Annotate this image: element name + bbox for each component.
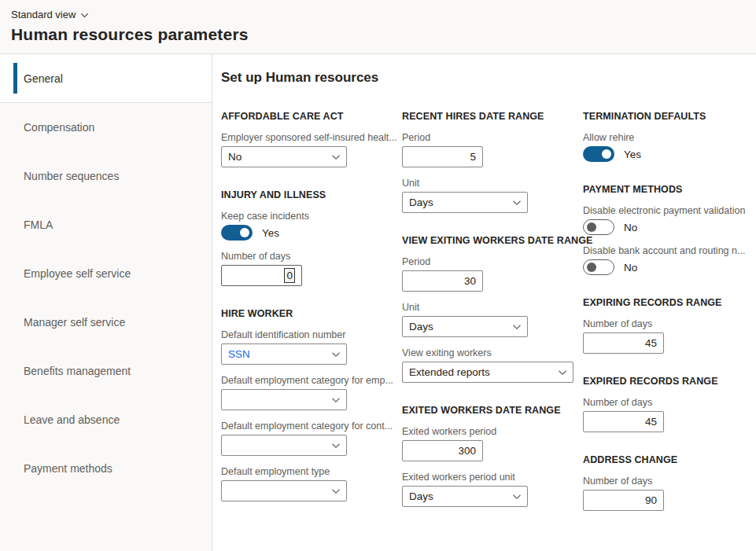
field-label: Default employment type <box>221 466 382 477</box>
section-title-hire-worker: HIRE WORKER <box>221 308 382 319</box>
keep-case-incidents-toggle[interactable] <box>221 225 253 241</box>
field-default-identification-number: Default identification numberSSN <box>221 329 382 365</box>
input-value: 5 <box>470 151 476 163</box>
number-of-days-input[interactable]: 45 <box>583 411 664 432</box>
select-value: SSN <box>228 348 250 360</box>
sidebar-item-payment-methods[interactable]: Payment methods <box>0 444 212 493</box>
input-value: 45 <box>645 337 657 349</box>
field-label: Disable electronic payment validation <box>583 205 743 216</box>
field-label: Number of days <box>583 318 743 329</box>
input-value: 0 <box>284 268 295 283</box>
page-header: Standard view Human resources parameters <box>0 0 756 53</box>
main-content: Set up Human resources AFFORDABLE CARE A… <box>212 54 756 551</box>
toggle-knob <box>240 228 249 237</box>
field-exited-workers-period-unit: Exited workers period unitDays <box>402 472 562 507</box>
view-selector-label: Standard view <box>11 9 76 20</box>
field-label: Disable bank account and routing n... <box>583 245 743 256</box>
field-allow-rehire: Allow rehireYes <box>583 132 743 162</box>
sidebar-item-label: Number sequences <box>24 170 119 182</box>
employer-sponsored-self-insured-healt-select[interactable]: No <box>221 146 347 167</box>
selected-accent-bar <box>13 63 17 94</box>
field-label: View exiting workers <box>402 347 562 358</box>
field-label: Unit <box>402 302 562 313</box>
sidebar-item-label: Manager self service <box>24 316 125 329</box>
default-employment-category-for-emp-select[interactable] <box>221 389 347 410</box>
select-value: Days <box>409 490 433 502</box>
input-value: 45 <box>645 416 657 428</box>
input-value: 30 <box>464 275 476 287</box>
field-label: Number of days <box>583 476 743 487</box>
field-number-of-days: Number of days45 <box>583 397 743 432</box>
toggle-row: No <box>583 219 743 235</box>
chevron-down-icon <box>512 198 522 208</box>
exited-workers-period-unit-select[interactable]: Days <box>402 486 528 507</box>
exited-workers-period-input[interactable]: 300 <box>402 440 483 461</box>
field-label: Keep case incidents <box>221 211 382 222</box>
field-label: Number of days <box>221 251 382 262</box>
unit-select[interactable]: Days <box>402 316 528 337</box>
disable-bank-account-and-routing-n-toggle[interactable] <box>583 259 614 275</box>
period-input[interactable]: 30 <box>402 270 483 292</box>
field-number-of-days: Number of days90 <box>583 476 743 511</box>
section-title-payment-methods: PAYMENT METHODS <box>583 184 743 195</box>
section-title-view-exiting-workers-date-range: VIEW EXITING WORKERS DATE RANGE <box>402 235 562 246</box>
chevron-down-icon <box>331 350 341 359</box>
number-of-days-input[interactable]: 0 <box>221 265 302 286</box>
column-2: RECENT HIRES DATE RANGEPeriod5UnitDaysVI… <box>402 89 562 507</box>
select-value: Days <box>409 197 433 208</box>
view-exiting-workers-select[interactable]: Extended reports <box>402 362 573 383</box>
chevron-down-icon <box>512 492 522 501</box>
field-label: Period <box>402 256 562 267</box>
field-period: Period30 <box>402 256 562 292</box>
unit-select[interactable]: Days <box>402 192 528 213</box>
allow-rehire-toggle[interactable] <box>583 146 614 162</box>
section-title-affordable-care-act: AFFORDABLE CARE ACT <box>221 111 382 122</box>
field-default-employment-category-for-emp: Default employment category for emp... <box>221 375 382 410</box>
sidebar-item-label: Benefits management <box>24 365 131 377</box>
section-title-injury-and-illness: INJURY AND ILLNESS <box>221 189 382 200</box>
field-label: Default employment category for cont... <box>221 421 382 432</box>
select-value: Days <box>409 321 433 332</box>
period-input[interactable]: 5 <box>402 146 483 167</box>
field-default-employment-type: Default employment type <box>221 466 382 501</box>
chevron-down-icon <box>331 441 341 450</box>
input-value: 300 <box>458 445 476 457</box>
default-employment-type-select[interactable] <box>221 480 347 501</box>
view-selector[interactable]: Standard view <box>11 9 89 20</box>
field-label: Allow rehire <box>583 132 743 143</box>
field-label: Exited workers period unit <box>402 472 562 483</box>
section-title-termination-defaults: TERMINATION DEFAULTS <box>583 111 743 122</box>
number-of-days-input[interactable]: 45 <box>583 332 664 354</box>
sidebar-item-manager-self-service[interactable]: Manager self service <box>0 298 212 347</box>
sidebar: GeneralCompensationNumber sequencesFMLAE… <box>0 54 212 551</box>
sidebar-item-benefits-management[interactable]: Benefits management <box>0 347 212 395</box>
sidebar-item-general[interactable]: General <box>0 54 212 103</box>
toggle-row: No <box>583 259 743 275</box>
field-period: Period5 <box>402 132 562 167</box>
sidebar-item-leave-and-absence[interactable]: Leave and absence <box>0 395 212 444</box>
field-unit: UnitDays <box>402 178 562 213</box>
field-exited-workers-period: Exited workers period300 <box>402 426 562 461</box>
sidebar-item-fmla[interactable]: FMLA <box>0 200 212 249</box>
section-title-address-change: ADDRESS CHANGE <box>583 454 743 465</box>
chevron-down-icon <box>512 322 522 332</box>
toggle-state-label: No <box>624 262 637 274</box>
sidebar-item-number-sequences[interactable]: Number sequences <box>0 152 212 200</box>
disable-electronic-payment-validation-toggle[interactable] <box>583 219 614 235</box>
number-of-days-input[interactable]: 90 <box>583 490 664 511</box>
default-identification-number-select[interactable]: SSN <box>221 343 347 365</box>
sidebar-item-compensation[interactable]: Compensation <box>0 103 212 152</box>
chevron-down-icon <box>331 487 341 496</box>
field-keep-case-incidents: Keep case incidentsYes <box>221 211 382 241</box>
sidebar-item-label: Payment methods <box>24 462 112 475</box>
page-title: Human resources parameters <box>11 25 756 44</box>
content-heading: Set up Human resources <box>221 70 756 86</box>
sidebar-item-employee-self-service[interactable]: Employee self service <box>0 249 212 298</box>
default-employment-category-for-cont-select[interactable] <box>221 435 347 456</box>
field-label: Exited workers period <box>402 426 562 437</box>
field-disable-electronic-payment-validation: Disable electronic payment validationNo <box>583 205 743 235</box>
input-value: 90 <box>645 494 657 506</box>
field-label: Unit <box>402 178 562 189</box>
select-value: No <box>228 151 242 163</box>
field-disable-bank-account-and-routing-n: Disable bank account and routing n...No <box>583 245 743 275</box>
